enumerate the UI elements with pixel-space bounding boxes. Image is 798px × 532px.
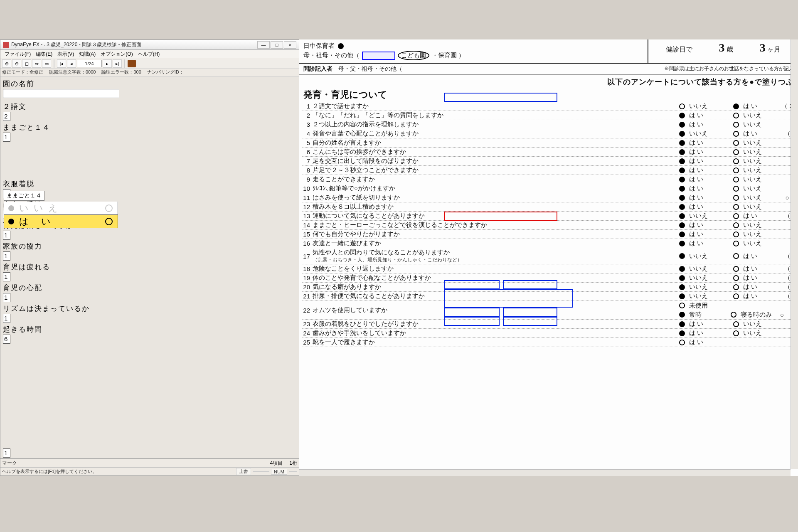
page-indicator[interactable]	[77, 60, 102, 67]
answer-2: は い	[733, 252, 779, 260]
question-text: 危険なことをくり返しますか	[313, 264, 679, 273]
question-row: 10ｸﾚﾖﾝ､鉛筆等で○がかけますかは いいいえ	[302, 184, 796, 193]
field-area: 園の名前２語文2ままごと１４1衣服着脱1歯磨き手洗い２４1育児は楽しいですか1家…	[0, 76, 299, 447]
question-number: 18	[302, 265, 313, 272]
menu-knowledge[interactable]: 知識(A)	[76, 50, 98, 58]
field-label: 育児は疲れる	[3, 262, 296, 272]
question-text: ままごと・ヒーローごっこなどで役を演じることができますか	[313, 221, 679, 229]
answer-1: いいえ	[679, 274, 733, 282]
question-text: 気性や人との関わりで気になることがありますか（乱暴・おちつき・人、場所見知り・か…	[313, 248, 679, 264]
zoom-region-icon[interactable]: ▭	[42, 59, 51, 68]
question-number: 13	[302, 212, 313, 219]
window-title: DynaEye EX - . 3 歳児_20220 - 問診３歳児検診 - 修正…	[11, 41, 141, 48]
question-row: 22オムツを使用していますか未使用常時寝る時のみ○	[302, 301, 796, 320]
answer-2: いいえ	[733, 230, 779, 238]
field-label: 家族の協力	[3, 241, 296, 251]
prev-page-icon[interactable]: ◂	[67, 59, 76, 68]
field-input[interactable]: 6	[3, 335, 10, 344]
zoom-out-icon[interactable]: ⊖	[12, 59, 21, 68]
answer-2: いいえ	[733, 329, 779, 337]
question-row: 16友達と一緒に遊びますかは いいいえ	[302, 239, 796, 248]
answer-1: いいえ	[679, 292, 733, 300]
minimize-button[interactable]: —	[257, 41, 270, 49]
question-row: 18危険なことをくり返しますかいいえは い（	[302, 264, 796, 273]
question-number: 22	[302, 307, 313, 314]
question-number: 2	[302, 112, 313, 119]
answer-2: いいえ	[733, 203, 779, 211]
numbering-id: ナンバリングID：	[147, 69, 184, 76]
question-number: 21	[302, 293, 313, 300]
answer-1: は い	[679, 157, 733, 165]
answer-1: は い	[679, 329, 733, 337]
question-number: 6	[302, 148, 313, 155]
field-input[interactable]: 1	[3, 231, 10, 240]
answer-2: は い	[733, 292, 779, 300]
answer-1: は い	[679, 175, 733, 183]
vertical-scrollbar[interactable]	[791, 39, 798, 469]
question-number: 19	[302, 274, 313, 281]
book-icon[interactable]	[128, 60, 136, 67]
answer-2: いいえ	[733, 194, 779, 202]
answer-1: は い	[679, 139, 733, 147]
first-page-icon[interactable]: |◂	[57, 59, 66, 68]
answer-2: は い	[733, 283, 779, 291]
menu-view[interactable]: 表示(V)	[55, 50, 76, 58]
question-row: 23衣服の着脱をひとりでしたがりますかは いいいえ	[302, 320, 796, 329]
last-page-icon[interactable]: ▸|	[113, 59, 122, 68]
dropdown-option-no[interactable]: いいえ	[4, 202, 118, 215]
answer-2: いいえ	[733, 157, 779, 165]
answer-2: は い	[733, 265, 779, 273]
question-row: 24歯みがきや手洗いをしていますかは いいいえ	[302, 329, 796, 338]
field-input[interactable]: 1	[3, 293, 10, 302]
zoom-fit-icon[interactable]: ◻	[22, 59, 31, 68]
maximize-button[interactable]: □	[271, 41, 283, 49]
field-input[interactable]: 1	[3, 251, 10, 261]
question-text: 走ることができますか	[313, 175, 679, 184]
field-input[interactable]: 1	[3, 272, 10, 281]
question-number: 25	[302, 339, 313, 346]
menu-edit[interactable]: 編集(E)	[33, 50, 55, 58]
answer-1: は い	[679, 194, 733, 202]
answer-1: は い	[679, 111, 733, 119]
next-page-icon[interactable]: ▸	[103, 59, 112, 68]
field-input[interactable]: 2	[3, 112, 10, 121]
question-text: こんにちは等の挨拶ができますか	[313, 148, 679, 156]
answer-1: は い	[679, 185, 733, 192]
dropdown-hint: ままごと１４	[4, 191, 44, 201]
checkup-label: 健診日で	[666, 45, 692, 54]
field-input[interactable]: 1	[3, 133, 10, 142]
statusbar: ヘルプを表示するには[F1]を押してください。 上書 NUM	[0, 467, 299, 475]
modebar: 修正モード：全修正 認識注意文字数：0000 論理エラー数：000 ナンバリング…	[0, 69, 299, 76]
question-text: ｸﾚﾖﾝ､鉛筆等で○がかけますか	[313, 184, 679, 193]
question-row: 3２つ以上の内容の指示を理解しますかは いいいえ	[302, 120, 796, 129]
zoom-in-icon[interactable]: ⊕	[2, 59, 11, 68]
dropdown-option-yes[interactable]: は い	[4, 215, 118, 228]
question-text: はさみを使って紙を切りますか	[313, 193, 679, 202]
question-number: 10	[302, 185, 313, 192]
status-help: ヘルプを表示するには[F1]を押してください。	[2, 468, 234, 475]
menu-file[interactable]: ファイル(F)	[2, 50, 33, 58]
zoom-fith-icon[interactable]: ⇔	[32, 59, 41, 68]
menu-help[interactable]: ヘルプ(H)	[135, 50, 163, 58]
question-row: 4発音や言葉で心配なことがありますかいいえは い（	[302, 129, 796, 138]
question-number: 7	[302, 158, 313, 165]
big-result-box[interactable]: 1	[3, 448, 10, 458]
close-button[interactable]: ×	[284, 41, 296, 49]
error-count: 論理エラー数：000	[101, 69, 141, 76]
question-row: 7足を交互に出して階段をのぼりますかは いいいえ	[302, 157, 796, 166]
question-number: 3	[302, 121, 313, 128]
field-input[interactable]	[3, 89, 119, 98]
question-text: 自分の姓名が言えますか	[313, 138, 679, 147]
answer-1: は い	[679, 221, 733, 229]
titlebar: DynaEye EX - . 3 歳児_20220 - 問診３歳児検診 - 修正…	[0, 40, 299, 50]
answer-1: いいえ	[679, 130, 733, 138]
question-text: 積み木を８コ以上積めますか	[313, 202, 679, 211]
question-row: 12積み木を８コ以上積めますかは いいいえ	[302, 202, 796, 212]
bullet-icon	[338, 43, 344, 49]
col-count: 1桁	[289, 460, 297, 467]
horizontal-scrollbar[interactable]	[299, 469, 791, 476]
menu-options[interactable]: オプション(O)	[98, 50, 135, 58]
caregiver-label: 日中保育者	[303, 42, 335, 50]
question-row: 20気になる癖がありますかいいえは い（	[302, 283, 796, 292]
field-input[interactable]: 1	[3, 314, 10, 323]
